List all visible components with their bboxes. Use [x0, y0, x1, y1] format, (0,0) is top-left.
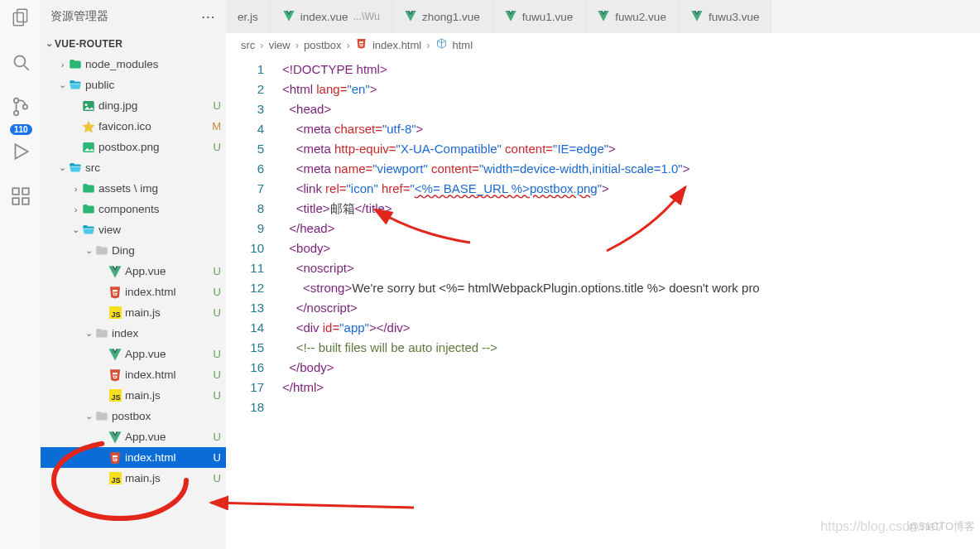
- breadcrumb[interactable]: src›view›postbox›index.html›html: [226, 33, 980, 56]
- git-status: U: [208, 431, 221, 443]
- tree-item-label: postbox.png: [98, 141, 208, 153]
- git-status: U: [208, 265, 221, 277]
- tree-item[interactable]: index.htmlU: [41, 282, 226, 302]
- tree-item-label: assets \ img: [98, 182, 208, 195]
- vue-icon: [504, 9, 517, 25]
- tab-label: er.js: [238, 11, 258, 23]
- tab-suffix: ...\Wu: [353, 11, 380, 22]
- svg-rect-0: [17, 9, 26, 22]
- tree-item-label: index.html: [125, 286, 208, 298]
- html-icon: [108, 285, 122, 300]
- tree-item[interactable]: App.vueU: [41, 426, 226, 447]
- tree-item-label: favicon.ico: [98, 120, 208, 132]
- vue-icon: [282, 9, 295, 25]
- editor-tab[interactable]: fuwu1.vue: [492, 0, 586, 33]
- breadcrumb-item[interactable]: html: [453, 39, 473, 51]
- tree-item[interactable]: App.vueU: [41, 261, 226, 282]
- tree-item[interactable]: index.htmlU: [41, 447, 226, 468]
- editor-tab[interactable]: fuwu2.vue: [585, 0, 679, 33]
- git-status: U: [208, 306, 221, 319]
- tree-item-label: App.vue: [125, 265, 208, 277]
- tree-item[interactable]: postbox.pngU: [41, 137, 226, 157]
- breadcrumb-item[interactable]: index.html: [372, 39, 421, 51]
- svg-marker-7: [15, 144, 27, 158]
- editor-tab[interactable]: er.js: [226, 0, 271, 33]
- tree-item[interactable]: favicon.icoM: [41, 116, 226, 137]
- git-status: U: [208, 389, 221, 402]
- tab-label: zhong1.vue: [422, 11, 480, 23]
- tree-item[interactable]: ⌄public: [41, 75, 226, 95]
- tree-item-label: main.js: [125, 389, 208, 402]
- tree-item[interactable]: ding.jpgU: [41, 95, 226, 116]
- more-icon[interactable]: ···: [202, 11, 216, 23]
- tree-item[interactable]: JSmain.jsU: [41, 385, 226, 406]
- scm-badge: 110: [10, 124, 32, 135]
- breadcrumb-item[interactable]: view: [269, 39, 291, 51]
- tree-item-label: node_modules: [85, 58, 208, 70]
- tab-label: fuwu3.vue: [709, 11, 760, 23]
- svg-point-6: [22, 104, 26, 108]
- tree-item[interactable]: ⌄view: [41, 219, 226, 240]
- tree-item[interactable]: JSmain.jsU: [41, 468, 226, 489]
- watermark: @51CTO博客: [908, 519, 975, 534]
- js-icon: JS: [108, 389, 122, 402]
- gutter: 123456789101112131415161718: [226, 56, 282, 549]
- git-status: U: [208, 141, 221, 153]
- svg-rect-1: [13, 13, 23, 26]
- editor-tab[interactable]: index.vue...\Wu: [271, 0, 392, 33]
- html-icon: [355, 37, 368, 52]
- tree-item[interactable]: ›assets \ img: [41, 178, 226, 199]
- breadcrumb-item[interactable]: postbox: [304, 39, 342, 51]
- tree-item[interactable]: App.vueU: [41, 344, 226, 364]
- explorer-title: 资源管理器: [50, 9, 108, 24]
- git-status: U: [208, 451, 221, 464]
- dir-green-icon: [81, 181, 96, 196]
- debug-icon[interactable]: [10, 141, 31, 166]
- tree-item-label: index: [112, 327, 208, 340]
- extensions-icon[interactable]: [10, 185, 31, 210]
- tree-item[interactable]: index.htmlU: [41, 364, 226, 385]
- tree-item-label: index.html: [125, 368, 208, 381]
- js-icon: JS: [108, 472, 122, 484]
- png-icon: [81, 140, 96, 155]
- editor-area: er.jsindex.vue...\Wuzhong1.vuefuwu1.vuef…: [226, 0, 980, 549]
- dir-icon: [94, 326, 109, 341]
- svg-point-2: [14, 55, 25, 66]
- tree-item-label: components: [98, 203, 208, 215]
- search-icon[interactable]: [10, 51, 31, 76]
- tree-item[interactable]: ⌄src: [41, 157, 226, 178]
- tree-item-label: view: [98, 224, 208, 236]
- tab-label: fuwu1.vue: [522, 11, 574, 23]
- source-control-icon[interactable]: [10, 96, 31, 121]
- dir-open-icon: [68, 78, 83, 93]
- svg-rect-8: [12, 188, 19, 195]
- tree-root[interactable]: ⌄VUE-ROUTER: [41, 33, 226, 54]
- git-status: U: [208, 472, 221, 484]
- js-icon: JS: [108, 306, 122, 319]
- breadcrumb-item[interactable]: src: [241, 39, 255, 51]
- editor-tab[interactable]: fuwu3.vue: [679, 0, 772, 33]
- tree-item[interactable]: ⌄Ding: [41, 240, 226, 261]
- files-icon[interactable]: [10, 7, 31, 31]
- dir-icon: [94, 243, 109, 258]
- star-icon: [81, 119, 96, 134]
- code-body[interactable]: <!DOCTYPE html><html lang="en"> <head> <…: [282, 56, 980, 549]
- dir-open-icon: [81, 223, 96, 238]
- editor-tab[interactable]: zhong1.vue: [392, 0, 492, 33]
- tree-item-label: App.vue: [125, 431, 208, 443]
- tree-item-label: index.html: [125, 451, 208, 464]
- vue-icon: [108, 264, 122, 279]
- svg-rect-11: [22, 198, 29, 205]
- activity-bar: 110: [0, 0, 41, 549]
- tree-item-label: Ding: [112, 244, 208, 257]
- tree-item[interactable]: ›components: [41, 199, 226, 219]
- tree-item[interactable]: ⌄postbox: [41, 406, 226, 426]
- tree-item[interactable]: ›node_modules: [41, 54, 226, 75]
- vue-icon: [690, 9, 704, 25]
- tree-item[interactable]: JSmain.jsU: [41, 302, 226, 323]
- tree-item[interactable]: ⌄index: [41, 323, 226, 344]
- vue-icon: [108, 347, 122, 362]
- tree-item-label: postbox: [112, 410, 208, 422]
- git-status: M: [208, 120, 221, 132]
- cube-icon: [435, 37, 448, 52]
